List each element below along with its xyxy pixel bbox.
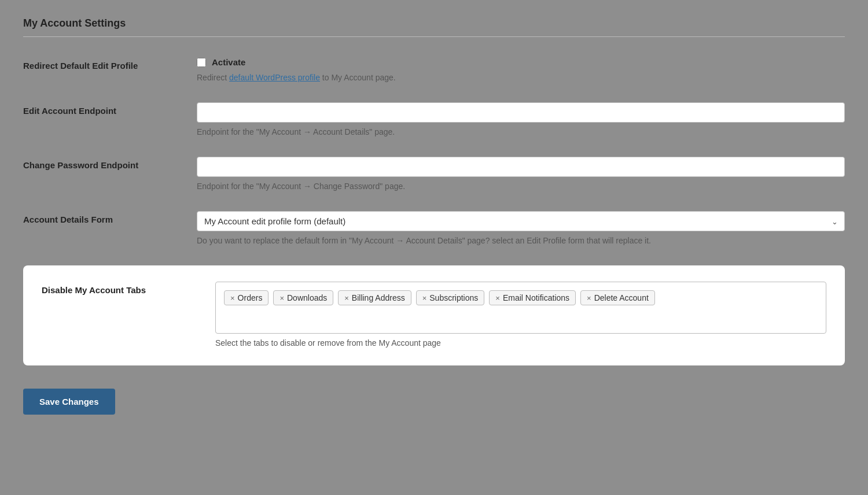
tag-remove-icon-billing-address[interactable]: ×: [344, 294, 349, 302]
section-divider: [23, 36, 845, 37]
edit-account-endpoint-row: Edit Account Endpoint edit-profile Endpo…: [23, 102, 845, 138]
tag-downloads[interactable]: ×Downloads: [273, 290, 333, 305]
tag-label-orders: Orders: [238, 293, 263, 302]
account-details-form-description: Do you want to replace the default form …: [197, 235, 845, 247]
disable-my-account-tabs-row: Disable My Account Tabs ×Orders×Download…: [42, 282, 826, 349]
disable-my-account-tabs-card: Disable My Account Tabs ×Orders×Download…: [23, 265, 845, 365]
redirect-default-edit-profile-row: Redirect Default Edit Profile Activate R…: [23, 57, 845, 84]
tag-billing-address[interactable]: ×Billing Address: [338, 290, 411, 305]
change-password-endpoint-content: change-password Endpoint for the "My Acc…: [197, 157, 845, 193]
tag-remove-icon-downloads[interactable]: ×: [279, 294, 284, 302]
account-details-form-select-wrapper: My Account edit profile form (default) ⌄: [197, 211, 845, 231]
activate-label: Activate: [212, 57, 245, 67]
edit-account-endpoint-label: Edit Account Endpoint: [23, 102, 197, 116]
redirect-default-content: Activate Redirect default WordPress prof…: [197, 57, 845, 84]
disable-my-account-tabs-content: ×Orders×Downloads×Billing Address×Subscr…: [215, 282, 826, 349]
redirect-desc-suffix: to My Account page.: [320, 73, 396, 82]
account-details-form-row: Account Details Form My Account edit pro…: [23, 211, 845, 247]
tag-label-billing-address: Billing Address: [352, 293, 405, 302]
default-wordpress-profile-link[interactable]: default WordPress profile: [229, 73, 320, 82]
tag-subscriptions[interactable]: ×Subscriptions: [416, 290, 485, 305]
tag-label-email-notifications: Email Notifications: [503, 293, 569, 302]
tag-label-subscriptions: Subscriptions: [429, 293, 478, 302]
account-details-form-content: My Account edit profile form (default) ⌄…: [197, 211, 845, 247]
tag-email-notifications[interactable]: ×Email Notifications: [489, 290, 576, 305]
change-password-endpoint-label: Change Password Endpoint: [23, 157, 197, 170]
tags-container: ×Orders×Downloads×Billing Address×Subscr…: [215, 282, 826, 334]
page-title: My Account Settings: [23, 17, 845, 29]
account-details-form-label: Account Details Form: [23, 211, 197, 224]
activate-row: Activate: [197, 57, 845, 67]
tag-remove-icon-orders[interactable]: ×: [230, 294, 235, 302]
change-password-endpoint-row: Change Password Endpoint change-password…: [23, 157, 845, 193]
tag-label-downloads: Downloads: [287, 293, 327, 302]
tag-orders[interactable]: ×Orders: [224, 290, 269, 305]
edit-account-endpoint-description: Endpoint for the "My Account → Account D…: [197, 126, 845, 138]
activate-checkbox[interactable]: [197, 58, 206, 67]
edit-account-endpoint-content: edit-profile Endpoint for the "My Accoun…: [197, 102, 845, 138]
tag-remove-icon-delete-account[interactable]: ×: [587, 294, 591, 302]
tag-remove-icon-subscriptions[interactable]: ×: [422, 294, 427, 302]
edit-account-endpoint-input[interactable]: edit-profile: [197, 102, 845, 123]
redirect-description: Redirect default WordPress profile to My…: [197, 72, 845, 84]
tag-delete-account[interactable]: ×Delete Account: [580, 290, 655, 305]
tag-label-delete-account: Delete Account: [594, 293, 649, 302]
change-password-endpoint-input[interactable]: change-password: [197, 157, 845, 177]
page-container: My Account Settings Redirect Default Edi…: [23, 17, 845, 415]
save-changes-button[interactable]: Save Changes: [23, 389, 115, 415]
redirect-default-label: Redirect Default Edit Profile: [23, 57, 197, 71]
change-password-endpoint-description: Endpoint for the "My Account → Change Pa…: [197, 180, 845, 193]
account-details-form-select[interactable]: My Account edit profile form (default): [197, 211, 845, 231]
redirect-desc-prefix: Redirect: [197, 73, 229, 82]
tag-remove-icon-email-notifications[interactable]: ×: [495, 294, 500, 302]
disable-my-account-tabs-label: Disable My Account Tabs: [42, 282, 215, 295]
disable-tabs-description: Select the tabs to disable or remove fro…: [215, 337, 826, 349]
